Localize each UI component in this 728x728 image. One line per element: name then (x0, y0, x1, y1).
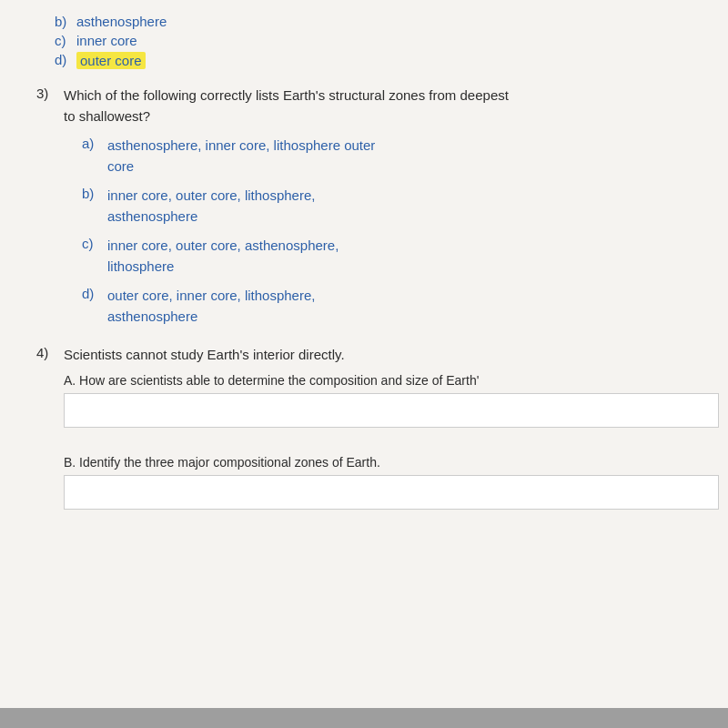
answer-d: d) outer core (36, 52, 692, 69)
options-list: a) asthenosphere, inner core, lithospher… (36, 136, 692, 327)
option-c-line2: lithosphere (107, 257, 339, 278)
question-4-header: 4) Scientists cannot study Earth's inter… (36, 345, 692, 366)
answer-box-b[interactable] (64, 475, 719, 510)
sub-question-b: B. Identify the three major compositiona… (36, 455, 692, 510)
top-answers: b) asthenosphere c) inner core d) outer … (36, 9, 692, 69)
answer-c-text: inner core (76, 33, 137, 48)
option-d: d) outer core, inner core, lithosphere, … (82, 286, 692, 327)
option-a: a) asthenosphere, inner core, lithospher… (82, 136, 692, 177)
bottom-bar (0, 708, 728, 728)
question-4-text: Scientists cannot study Earth's interior… (64, 345, 345, 366)
answer-d-letter: d) (55, 52, 76, 67)
option-d-line1: outer core, inner core, lithosphere, (107, 286, 315, 307)
option-a-letter: a) (82, 136, 107, 151)
option-c-text: inner core, outer core, asthenosphere, l… (107, 236, 339, 277)
option-b-text: inner core, outer core, lithosphere, ast… (107, 186, 315, 227)
option-a-text: asthenosphere, inner core, lithosphere o… (107, 136, 375, 177)
question-4-number: 4) (36, 345, 64, 360)
answer-box-a[interactable] (64, 393, 719, 428)
option-c-letter: c) (82, 236, 107, 251)
option-d-text: outer core, inner core, lithosphere, ast… (107, 286, 315, 327)
option-a-line1: asthenosphere, inner core, lithosphere o… (107, 136, 375, 157)
sub-a-text: A. How are scientists able to determine … (36, 373, 692, 388)
option-b: b) inner core, outer core, lithosphere, … (82, 186, 692, 227)
option-d-line2: asthenosphere (107, 307, 315, 328)
sub-b-text: B. Identify the three major compositiona… (36, 455, 692, 470)
option-b-line1: inner core, outer core, lithosphere, (107, 186, 315, 207)
question-3-line1: Which of the following correctly lists E… (64, 86, 509, 106)
question-3: 3) Which of the following correctly list… (36, 86, 692, 327)
sub-question-a: A. How are scientists able to determine … (36, 373, 692, 428)
question-3-line2: to shallowest? (64, 106, 509, 127)
option-d-letter: d) (82, 286, 107, 301)
answer-c-letter: c) (55, 33, 76, 48)
answer-b: b) asthenosphere (36, 14, 692, 29)
answer-b-letter: b) (55, 14, 76, 29)
option-c-line1: inner core, outer core, asthenosphere, (107, 236, 339, 257)
option-a-line2: core (107, 157, 375, 177)
option-b-line2: asthenosphere (107, 207, 315, 228)
option-c: c) inner core, outer core, asthenosphere… (82, 236, 692, 277)
question-3-header: 3) Which of the following correctly list… (36, 86, 692, 126)
answer-d-text: outer core (76, 52, 146, 69)
question-3-text-block: Which of the following correctly lists E… (64, 86, 509, 126)
question-3-number: 3) (36, 86, 64, 101)
question-4: 4) Scientists cannot study Earth's inter… (36, 345, 692, 510)
answer-c: c) inner core (36, 33, 692, 48)
option-b-letter: b) (82, 186, 107, 201)
answer-b-text: asthenosphere (76, 14, 167, 29)
page: b) asthenosphere c) inner core d) outer … (0, 0, 728, 728)
